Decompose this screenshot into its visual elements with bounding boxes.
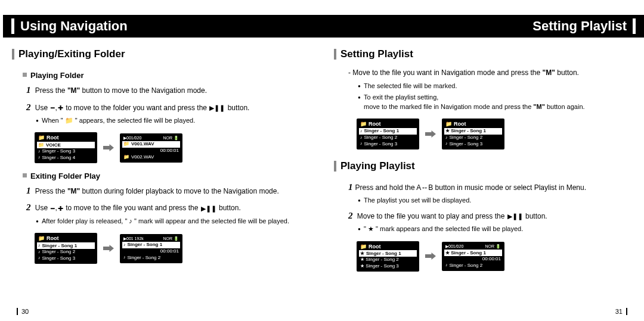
lcd-row-1: 📁Root 📁VOICE ♪Singer - Song 3 ♪Singer - …	[35, 132, 310, 163]
page-number: 30	[17, 308, 29, 315]
page-left: Using Navigation Playing/Exiting Folder …	[0, 0, 322, 321]
lcd-row-4: 📁Root ★Singer - Song 1 ★ Singer - Song 2…	[357, 241, 632, 272]
lcd-row-3: 📁Root ♪Singer - Song 1 ♪Singer - Song 2 …	[357, 119, 632, 149]
bullet-note: To exit the playlist setting, move to th…	[358, 93, 632, 111]
bullet-note: " ★ " mark appears and the selected file…	[358, 225, 632, 233]
page-title-left: Using Navigation	[0, 15, 322, 38]
step-1b: 1 Press the "M" button during folder pla…	[26, 184, 310, 198]
bullet-note: After folder play is released, " ♪ " mar…	[36, 217, 310, 226]
bullet-note: The selected file will be marked.	[358, 82, 632, 91]
page-number: 31	[615, 308, 627, 315]
play-pause-icon: ▶❚❚	[209, 103, 225, 113]
step-2b: 2 Use ━,✚ to move to the file you want a…	[26, 201, 310, 214]
step-1: 1 Press the "M" button to move to the Na…	[26, 83, 310, 97]
subhead-exiting-folder: Exiting Folder Play	[23, 172, 310, 180]
section-playing-exiting-folder: Playing/Exiting Folder	[12, 46, 310, 65]
lcd-screen: 📁Root ♪Singer - Song 1 ♪Singer - Song 2 …	[357, 119, 419, 149]
arrow-right-icon	[103, 244, 114, 253]
lcd-row-2: 📁Root ♪Singer - Song 1 ♪Singer - Song 2 …	[35, 233, 310, 264]
subhead-playing-folder: Playing Folder	[23, 71, 310, 80]
lcd-screen: 📁Root ♪Singer - Song 1 ♪Singer - Song 2 …	[35, 233, 97, 264]
section-setting-playlist: Setting Playlist	[334, 46, 632, 65]
page-title-right: Setting Playlist	[322, 15, 644, 38]
step-b1: 1Press and hold the A↔B button in music …	[348, 180, 632, 194]
step-2: 2 Use ━,✚ to move to the folder you want…	[26, 101, 310, 114]
arrow-right-icon	[425, 252, 436, 260]
body-line: - Move to the file you want in Navigatio…	[348, 67, 632, 78]
play-pause-icon: ▶❚❚	[200, 204, 217, 214]
lcd-screen: 📁Root ★ Singer - Song 1 ♪Singer - Song 2…	[442, 119, 504, 149]
plus-icon: ✚	[57, 103, 64, 113]
bullet-note: The playlist you set will be displayed.	[358, 196, 632, 205]
lcd-screen: ▶001 192kNOR 🔋 ♪Singer - Song 1 00:00:01…	[120, 234, 182, 263]
lcd-screen: 📁Root 📁VOICE ♪Singer - Song 3 ♪Singer - …	[35, 132, 97, 163]
step-b2: 2 Move to the file you want to play and …	[348, 209, 632, 223]
lcd-screen: 📁Root ★Singer - Song 1 ★ Singer - Song 2…	[357, 241, 419, 272]
arrow-right-icon	[103, 144, 114, 152]
minus-icon: ━	[50, 103, 55, 113]
minus-icon: ━	[50, 204, 55, 214]
page-right: Setting Playlist Setting Playlist - Move…	[322, 0, 644, 321]
section-playing-playlist: Playing Playlist	[334, 158, 632, 177]
lcd-screen: ▶001/020NOR 🔋 ★ Singer - Song 1 00:00:01…	[442, 242, 504, 271]
plus-icon: ✚	[57, 204, 64, 214]
bullet-note: When " 📁 " appears, the selected file wi…	[36, 116, 310, 125]
arrow-right-icon	[425, 130, 436, 138]
play-pause-icon: ▶❚❚	[507, 211, 524, 222]
lcd-screen: ▶001/020NOR 🔋 📁V001.WAV 00:00:01 📁V002.W…	[120, 133, 182, 163]
